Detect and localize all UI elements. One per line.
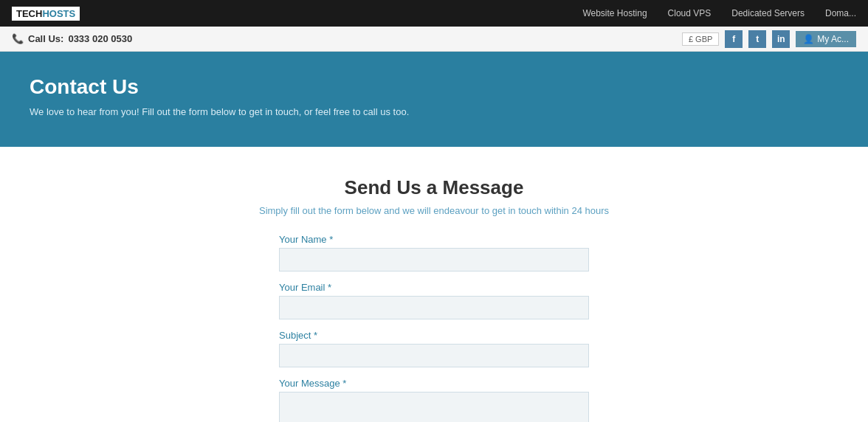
twitter-icon[interactable]: t [748,30,766,48]
subject-label: Subject * [279,330,589,341]
facebook-icon[interactable]: f [725,30,743,48]
logo-wrap[interactable]: TECHHOSTS [12,7,80,21]
call-label: Call Us: [28,33,63,44]
hero-subtitle-plain: We love to hear from you! [30,106,140,117]
name-input[interactable] [279,248,589,271]
nav-domains[interactable]: Doma... [825,8,856,18]
logo-tech: TECH [16,8,42,19]
message-textarea[interactable] [279,392,589,422]
message-label: Your Message * [279,378,589,389]
name-field-group: Your Name * [279,234,589,271]
main-content: Send Us a Message Simply fill out the fo… [117,147,751,422]
hero-banner: Contact Us We love to hear from you! Fil… [0,52,868,147]
top-nav-bar: TECHHOSTS Website Hosting Cloud VPS Dedi… [0,0,868,27]
message-field-group: Your Message * [279,378,589,422]
email-input[interactable] [279,296,589,319]
subject-field-group: Subject * [279,330,589,367]
currency-button[interactable]: £ GBP [682,32,719,46]
second-bar-right: £ GBP f t in 👤 My Ac... [682,30,856,48]
subject-input[interactable] [279,344,589,367]
call-us: 📞 Call Us: 0333 020 0530 [12,33,132,44]
form-subtitle: Simply fill out the form below and we wi… [131,205,737,216]
my-account-label: My Ac... [817,34,849,44]
logo-box: TECHHOSTS [12,7,80,21]
hero-subtitle: We love to hear from you! Fill out the f… [30,106,838,117]
email-field-group: Your Email * [279,282,589,319]
logo-hosts: HOSTS [42,8,75,19]
name-label: Your Name * [279,234,589,245]
hero-subtitle-highlight: Fill out the form below to get in touch,… [142,106,409,117]
user-icon: 👤 [803,34,814,44]
phone-icon: 📞 [12,33,24,44]
form-title: Send Us a Message [131,176,737,199]
nav-links: Website Hosting Cloud VPS Dedicated Serv… [582,8,856,18]
second-bar: 📞 Call Us: 0333 020 0530 £ GBP f t in 👤 … [0,27,868,52]
nav-dedicated-servers[interactable]: Dedicated Servers [731,8,805,18]
nav-cloud-vps[interactable]: Cloud VPS [668,8,712,18]
email-label: Your Email * [279,282,589,293]
linkedin-icon[interactable]: in [772,30,790,48]
nav-website-hosting[interactable]: Website Hosting [582,8,647,18]
contact-form: Your Name * Your Email * Subject * Your … [279,234,589,422]
my-account-button[interactable]: 👤 My Ac... [796,31,856,47]
hero-title: Contact Us [30,75,838,99]
phone-number: 0333 020 0530 [68,33,132,44]
